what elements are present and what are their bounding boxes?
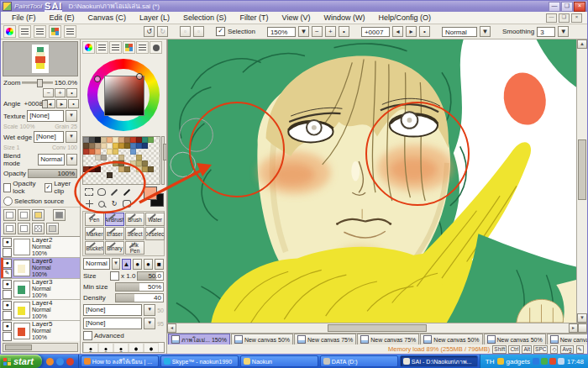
swatch-cell[interactable]	[83, 160, 89, 166]
swatch-cell[interactable]	[130, 160, 136, 166]
swatch-cell[interactable]	[89, 160, 95, 166]
swatch-cell[interactable]	[136, 178, 142, 184]
min-size-slider[interactable]: 50%	[115, 282, 164, 292]
menu-item-view[interactable]: View (V)	[276, 13, 317, 23]
swatch-cell[interactable]	[113, 166, 118, 172]
swatch-cell[interactable]	[101, 178, 107, 184]
minimize-button[interactable]: —	[549, 2, 560, 12]
swatch-cell[interactable]	[89, 143, 95, 149]
zoom-in-button[interactable]: +	[325, 26, 336, 37]
swatch-cell[interactable]	[89, 155, 95, 160]
swatch-cell[interactable]	[130, 178, 136, 184]
quicklaunch-browser-icon[interactable]	[66, 358, 74, 365]
tray-gray-icon[interactable]	[558, 358, 564, 365]
swatch-cell[interactable]	[130, 137, 136, 143]
swatch-cell[interactable]	[142, 160, 148, 166]
transfer-down-button[interactable]	[3, 223, 16, 234]
tool-deselect[interactable]: Deselect	[145, 227, 165, 240]
swatch-cell[interactable]	[142, 137, 148, 143]
swatch-cell[interactable]	[95, 172, 101, 178]
brush-texture2-dropdown-button[interactable]: ▼	[144, 318, 155, 329]
size-slider[interactable]: 50.0	[137, 271, 164, 281]
swatch-cell[interactable]	[107, 137, 113, 143]
canvas-tab-3[interactable]: New canvas75%	[294, 334, 356, 344]
swatch-cell[interactable]	[154, 160, 160, 166]
swatch-cell[interactable]	[154, 178, 160, 184]
hand-icon[interactable]	[121, 198, 133, 209]
swatch-cell[interactable]	[154, 166, 160, 172]
task-firefox[interactable]: How to ลงสีให้เนียน | ...	[81, 355, 159, 367]
nav-zoom-reset-button[interactable]: •	[66, 88, 77, 97]
swatch-cell[interactable]	[83, 137, 89, 143]
swatch-cell[interactable]	[83, 149, 89, 155]
swatch-cell[interactable]	[101, 172, 107, 178]
texture-dropdown-button[interactable]: ▼	[66, 110, 77, 122]
swatch-cell[interactable]	[95, 143, 101, 149]
menu-item-selection[interactable]: Selection (S)	[177, 13, 233, 23]
blend-mode-dropdown[interactable]: Normal	[38, 154, 65, 166]
angle-field[interactable]: +0007	[361, 27, 390, 37]
canvas-hscrollbar[interactable]: ◂ ▸	[167, 323, 587, 333]
foreground-color-chip[interactable]	[144, 187, 157, 200]
navigator[interactable]	[3, 41, 78, 76]
swatch-cell[interactable]	[95, 160, 101, 166]
swatch-cell[interactable]	[101, 160, 107, 166]
swatch-cell[interactable]	[113, 155, 118, 160]
tray-red-icon[interactable]	[549, 358, 556, 365]
layer-row-layer4[interactable]: ●Layer4Normal100%	[1, 300, 80, 321]
nav-rotate-cw-button[interactable]: ▸	[56, 99, 67, 108]
brush-texture1-dropdown-button[interactable]: ▼	[144, 304, 155, 316]
advanced-checkbox[interactable]	[83, 331, 92, 340]
delete-layer-button[interactable]	[46, 223, 59, 234]
swatch-cell[interactable]	[113, 149, 118, 155]
selection-checkbox[interactable]: ✓	[216, 27, 225, 36]
color-wheel-toggle[interactable]	[3, 25, 16, 38]
rotate-reset-button[interactable]: •	[419, 26, 430, 37]
title-bar[interactable]: PaintTool SAI D:\Naokun\ภาพโอเม่เล่น.sai…	[1, 1, 587, 12]
swatch-cell[interactable]	[89, 178, 95, 184]
brush-tip-flat[interactable]: ■	[155, 259, 164, 270]
zoom-field[interactable]: 150%	[267, 27, 296, 37]
swatch-cell[interactable]	[107, 178, 113, 184]
tool-ink-pen[interactable]: Ink Pen	[125, 241, 144, 255]
close-button[interactable]: ×	[574, 2, 585, 12]
swatch-cell[interactable]	[142, 155, 148, 160]
swatch-cell[interactable]	[124, 149, 130, 155]
swatch-cell[interactable]	[118, 137, 124, 143]
start-button[interactable]: start	[0, 355, 42, 368]
swatch-cell[interactable]	[101, 166, 107, 172]
swatch-cell[interactable]	[142, 172, 148, 178]
view-mode-dropdown[interactable]: Normal	[442, 27, 477, 37]
invert-selection-button[interactable]: ▫	[193, 26, 204, 37]
layer-row-layer5[interactable]: ●Layer5Normal100%	[1, 321, 80, 341]
swatch-scrollbar[interactable]	[161, 136, 165, 185]
swatch-cell[interactable]	[118, 172, 124, 178]
swatch-cell[interactable]	[83, 155, 89, 160]
swatch-cell[interactable]	[142, 149, 148, 155]
scroll-down-icon[interactable]: ▼	[577, 313, 587, 323]
blend-mode-dropdown-button[interactable]: ▼	[66, 154, 77, 166]
swatch-cell[interactable]	[95, 137, 101, 143]
nav-zoom-slider[interactable]	[22, 81, 52, 84]
canvas-tab-5[interactable]: New canvas50%	[420, 334, 482, 344]
swatch-cell[interactable]	[83, 178, 89, 184]
rect-select-icon[interactable]	[83, 187, 95, 197]
swatch-cell[interactable]	[136, 149, 142, 155]
swatch-cell[interactable]	[154, 172, 160, 178]
wetedge-dropdown[interactable]: [None]	[34, 131, 64, 143]
layer-visibility-toggle[interactable]: ●	[3, 322, 12, 331]
swatch-cell[interactable]	[113, 160, 118, 166]
layer-row-layer2[interactable]: ●Layer2Normal100%	[1, 237, 80, 258]
swatch-cell[interactable]	[148, 172, 154, 178]
swatch-cell[interactable]	[136, 166, 142, 172]
zoom-dropdown-button[interactable]: ▼	[298, 26, 309, 37]
swatch-cell[interactable]	[89, 166, 95, 172]
vscroll-thumb[interactable]	[578, 139, 586, 200]
swatch-cell[interactable]	[130, 155, 136, 160]
gadgets-icon[interactable]	[497, 358, 504, 365]
zoom-out-button[interactable]: −	[312, 26, 323, 37]
hsv-tab[interactable]	[109, 41, 122, 54]
swatch-cell[interactable]	[83, 172, 89, 178]
texture-dropdown[interactable]: [None]	[27, 110, 64, 122]
swatch-cell[interactable]	[83, 143, 89, 149]
